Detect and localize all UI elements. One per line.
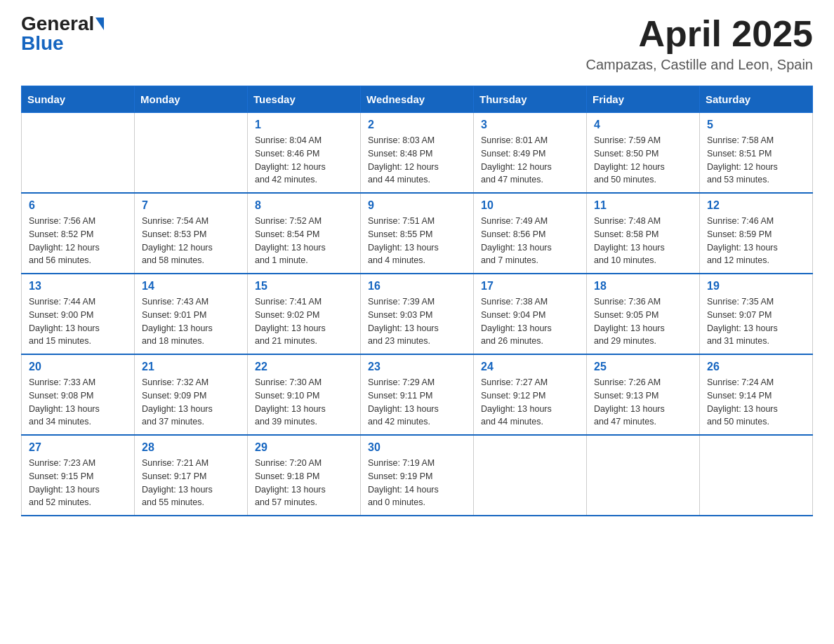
day-info: Sunrise: 7:39 AM Sunset: 9:03 PM Dayligh… — [368, 295, 466, 348]
calendar-cell: 26Sunrise: 7:24 AM Sunset: 9:14 PM Dayli… — [700, 354, 813, 435]
calendar-cell: 23Sunrise: 7:29 AM Sunset: 9:11 PM Dayli… — [361, 354, 474, 435]
calendar-cell: 15Sunrise: 7:41 AM Sunset: 9:02 PM Dayli… — [248, 274, 361, 354]
day-info: Sunrise: 7:30 AM Sunset: 9:10 PM Dayligh… — [255, 376, 353, 429]
day-info: Sunrise: 7:20 AM Sunset: 9:18 PM Dayligh… — [255, 457, 353, 509]
calendar-week-1: 1Sunrise: 8:04 AM Sunset: 8:46 PM Daylig… — [22, 113, 813, 194]
day-info: Sunrise: 7:36 AM Sunset: 9:05 PM Dayligh… — [594, 295, 692, 348]
calendar-cell — [700, 435, 813, 516]
calendar-cell: 16Sunrise: 7:39 AM Sunset: 9:03 PM Dayli… — [361, 274, 474, 354]
day-number: 11 — [594, 199, 692, 212]
day-info: Sunrise: 7:49 AM Sunset: 8:56 PM Dayligh… — [481, 215, 579, 267]
day-info: Sunrise: 8:03 AM Sunset: 8:48 PM Dayligh… — [368, 134, 466, 187]
day-number: 12 — [707, 199, 805, 212]
calendar-week-3: 13Sunrise: 7:44 AM Sunset: 9:00 PM Dayli… — [22, 274, 813, 354]
day-info: Sunrise: 7:32 AM Sunset: 9:09 PM Dayligh… — [142, 376, 240, 429]
weekday-header-wednesday: Wednesday — [361, 86, 474, 113]
day-info: Sunrise: 7:21 AM Sunset: 9:17 PM Dayligh… — [142, 457, 240, 509]
day-number: 30 — [368, 441, 466, 454]
day-number: 25 — [594, 361, 692, 373]
calendar-cell: 18Sunrise: 7:36 AM Sunset: 9:05 PM Dayli… — [587, 274, 700, 354]
calendar-cell: 8Sunrise: 7:52 AM Sunset: 8:54 PM Daylig… — [248, 193, 361, 274]
weekday-header-tuesday: Tuesday — [248, 86, 361, 113]
day-number: 17 — [481, 280, 579, 293]
day-number: 1 — [255, 119, 353, 131]
day-info: Sunrise: 7:41 AM Sunset: 9:02 PM Dayligh… — [255, 295, 353, 348]
calendar-header: SundayMondayTuesdayWednesdayThursdayFrid… — [22, 86, 813, 113]
calendar-cell: 7Sunrise: 7:54 AM Sunset: 8:53 PM Daylig… — [135, 193, 248, 274]
calendar-cell: 1Sunrise: 8:04 AM Sunset: 8:46 PM Daylig… — [248, 113, 361, 194]
day-number: 16 — [368, 280, 466, 293]
calendar-cell: 10Sunrise: 7:49 AM Sunset: 8:56 PM Dayli… — [474, 193, 587, 274]
logo-triangle-icon — [95, 18, 104, 30]
calendar-cell: 14Sunrise: 7:43 AM Sunset: 9:01 PM Dayli… — [135, 274, 248, 354]
day-number: 20 — [29, 361, 127, 373]
calendar-cell: 30Sunrise: 7:19 AM Sunset: 9:19 PM Dayli… — [361, 435, 474, 516]
day-info: Sunrise: 7:58 AM Sunset: 8:51 PM Dayligh… — [707, 134, 805, 187]
calendar-cell: 29Sunrise: 7:20 AM Sunset: 9:18 PM Dayli… — [248, 435, 361, 516]
day-number: 2 — [368, 119, 466, 131]
day-info: Sunrise: 7:46 AM Sunset: 8:59 PM Dayligh… — [707, 215, 805, 267]
logo-blue-text: Blue — [21, 34, 64, 53]
day-info: Sunrise: 7:27 AM Sunset: 9:12 PM Dayligh… — [481, 376, 579, 429]
day-number: 26 — [707, 361, 805, 373]
day-number: 28 — [142, 441, 240, 454]
page-header: General Blue April 2025 Campazas, Castil… — [21, 14, 813, 73]
day-number: 6 — [29, 199, 127, 212]
day-number: 7 — [142, 199, 240, 212]
weekday-header-friday: Friday — [587, 86, 700, 113]
calendar-cell: 6Sunrise: 7:56 AM Sunset: 8:52 PM Daylig… — [22, 193, 135, 274]
day-number: 23 — [368, 361, 466, 373]
day-number: 18 — [594, 280, 692, 293]
day-info: Sunrise: 7:23 AM Sunset: 9:15 PM Dayligh… — [29, 457, 127, 509]
day-info: Sunrise: 7:54 AM Sunset: 8:53 PM Dayligh… — [142, 215, 240, 267]
day-number: 19 — [707, 280, 805, 293]
day-info: Sunrise: 8:04 AM Sunset: 8:46 PM Dayligh… — [255, 134, 353, 187]
calendar-cell: 17Sunrise: 7:38 AM Sunset: 9:04 PM Dayli… — [474, 274, 587, 354]
calendar-week-5: 27Sunrise: 7:23 AM Sunset: 9:15 PM Dayli… — [22, 435, 813, 516]
day-number: 24 — [481, 361, 579, 373]
calendar-cell: 4Sunrise: 7:59 AM Sunset: 8:50 PM Daylig… — [587, 113, 700, 194]
day-number: 13 — [29, 280, 127, 293]
day-number: 21 — [142, 361, 240, 373]
day-info: Sunrise: 7:29 AM Sunset: 9:11 PM Dayligh… — [368, 376, 466, 429]
day-number: 5 — [707, 119, 805, 131]
day-info: Sunrise: 7:59 AM Sunset: 8:50 PM Dayligh… — [594, 134, 692, 187]
day-info: Sunrise: 7:35 AM Sunset: 9:07 PM Dayligh… — [707, 295, 805, 348]
calendar-cell: 25Sunrise: 7:26 AM Sunset: 9:13 PM Dayli… — [587, 354, 700, 435]
logo: General Blue — [21, 14, 104, 53]
day-info: Sunrise: 7:19 AM Sunset: 9:19 PM Dayligh… — [368, 457, 466, 509]
calendar-cell: 11Sunrise: 7:48 AM Sunset: 8:58 PM Dayli… — [587, 193, 700, 274]
day-number: 10 — [481, 199, 579, 212]
calendar-week-2: 6Sunrise: 7:56 AM Sunset: 8:52 PM Daylig… — [22, 193, 813, 274]
calendar-cell: 19Sunrise: 7:35 AM Sunset: 9:07 PM Dayli… — [700, 274, 813, 354]
day-info: Sunrise: 7:33 AM Sunset: 9:08 PM Dayligh… — [29, 376, 127, 429]
calendar-cell: 5Sunrise: 7:58 AM Sunset: 8:51 PM Daylig… — [700, 113, 813, 194]
day-number: 8 — [255, 199, 353, 212]
calendar-cell: 13Sunrise: 7:44 AM Sunset: 9:00 PM Dayli… — [22, 274, 135, 354]
day-info: Sunrise: 7:51 AM Sunset: 8:55 PM Dayligh… — [368, 215, 466, 267]
calendar-cell: 21Sunrise: 7:32 AM Sunset: 9:09 PM Dayli… — [135, 354, 248, 435]
calendar-cell — [474, 435, 587, 516]
day-number: 4 — [594, 119, 692, 131]
calendar-cell: 3Sunrise: 8:01 AM Sunset: 8:49 PM Daylig… — [474, 113, 587, 194]
logo-general-text: General — [21, 14, 94, 34]
day-number: 22 — [255, 361, 353, 373]
title-block: April 2025 Campazas, Castille and Leon, … — [585, 14, 813, 73]
page-title: April 2025 — [585, 14, 813, 54]
day-number: 9 — [368, 199, 466, 212]
calendar-cell: 20Sunrise: 7:33 AM Sunset: 9:08 PM Dayli… — [22, 354, 135, 435]
day-info: Sunrise: 7:48 AM Sunset: 8:58 PM Dayligh… — [594, 215, 692, 267]
calendar-cell — [587, 435, 700, 516]
calendar-cell: 12Sunrise: 7:46 AM Sunset: 8:59 PM Dayli… — [700, 193, 813, 274]
day-number: 29 — [255, 441, 353, 454]
weekday-header-monday: Monday — [135, 86, 248, 113]
calendar-cell: 28Sunrise: 7:21 AM Sunset: 9:17 PM Dayli… — [135, 435, 248, 516]
day-info: Sunrise: 7:24 AM Sunset: 9:14 PM Dayligh… — [707, 376, 805, 429]
day-number: 27 — [29, 441, 127, 454]
day-info: Sunrise: 7:44 AM Sunset: 9:00 PM Dayligh… — [29, 295, 127, 348]
day-info: Sunrise: 7:38 AM Sunset: 9:04 PM Dayligh… — [481, 295, 579, 348]
location-subtitle: Campazas, Castille and Leon, Spain — [585, 57, 813, 73]
day-info: Sunrise: 7:52 AM Sunset: 8:54 PM Dayligh… — [255, 215, 353, 267]
day-info: Sunrise: 7:43 AM Sunset: 9:01 PM Dayligh… — [142, 295, 240, 348]
calendar-cell: 27Sunrise: 7:23 AM Sunset: 9:15 PM Dayli… — [22, 435, 135, 516]
